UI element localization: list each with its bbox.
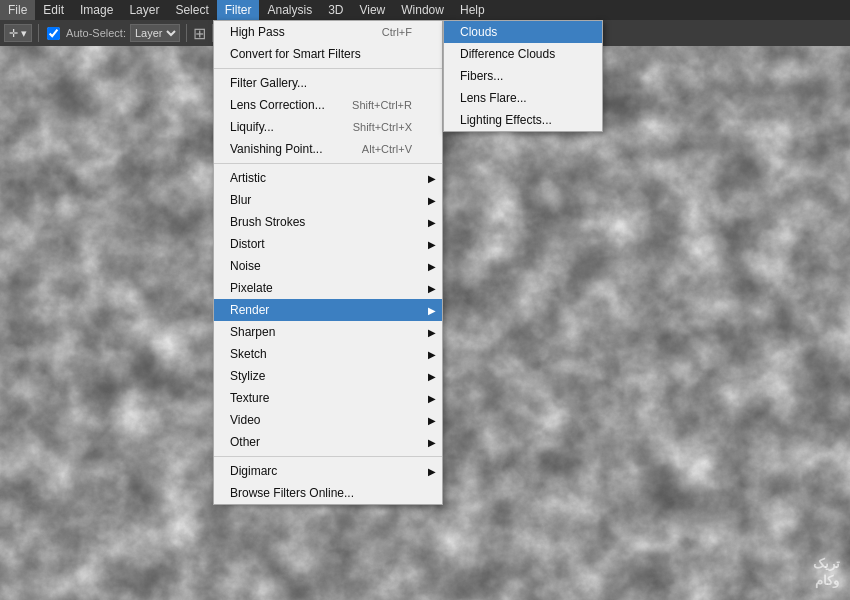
filter-brush-strokes-label: Brush Strokes: [230, 215, 305, 229]
filter-video-label: Video: [230, 413, 260, 427]
filter-stylize[interactable]: Stylize ▶: [214, 365, 442, 387]
filter-menu: High Pass Ctrl+F Convert for Smart Filte…: [213, 20, 443, 505]
toolbar-separator-1: [38, 24, 39, 42]
auto-select-checkbox[interactable]: [47, 27, 60, 40]
menu-select[interactable]: Select: [167, 0, 216, 20]
filter-digimarc-label: Digimarc: [230, 464, 277, 478]
menu-view[interactable]: View: [351, 0, 393, 20]
filter-digimarc-arrow: ▶: [428, 466, 436, 477]
filter-sharpen-label: Sharpen: [230, 325, 275, 339]
filter-sharpen-arrow: ▶: [428, 327, 436, 338]
filter-convert-smart[interactable]: Convert for Smart Filters: [214, 43, 442, 65]
filter-render[interactable]: Render ▶: [214, 299, 442, 321]
filter-high-pass-shortcut: Ctrl+F: [382, 26, 412, 38]
move-tool-btn[interactable]: ✛ ▾: [4, 24, 32, 42]
filter-distort[interactable]: Distort ▶: [214, 233, 442, 255]
filter-lens-correction[interactable]: Lens Correction... Shift+Ctrl+R: [214, 94, 442, 116]
filter-convert-smart-label: Convert for Smart Filters: [230, 47, 361, 61]
filter-sketch[interactable]: Sketch ▶: [214, 343, 442, 365]
menu-layer[interactable]: Layer: [121, 0, 167, 20]
filter-pixelate-label: Pixelate: [230, 281, 273, 295]
filter-other-arrow: ▶: [428, 437, 436, 448]
filter-high-pass[interactable]: High Pass Ctrl+F: [214, 21, 442, 43]
filter-texture[interactable]: Texture ▶: [214, 387, 442, 409]
filter-liquify-label: Liquify...: [230, 120, 274, 134]
render-difference-clouds[interactable]: Difference Clouds: [444, 43, 602, 65]
filter-browse-online[interactable]: Browse Filters Online...: [214, 482, 442, 504]
menubar: File Edit Image Layer Select Filter Anal…: [0, 0, 850, 20]
filter-blur-arrow: ▶: [428, 195, 436, 206]
filter-other[interactable]: Other ▶: [214, 431, 442, 453]
menu-help[interactable]: Help: [452, 0, 493, 20]
filter-lens-correction-shortcut: Shift+Ctrl+R: [352, 99, 412, 111]
filter-stylize-label: Stylize: [230, 369, 265, 383]
filter-noise-arrow: ▶: [428, 261, 436, 272]
render-lens-flare[interactable]: Lens Flare...: [444, 87, 602, 109]
transform-controls-icon: ⊞: [193, 24, 206, 43]
menu-file[interactable]: File: [0, 0, 35, 20]
menu-analysis[interactable]: Analysis: [259, 0, 320, 20]
filter-video-arrow: ▶: [428, 415, 436, 426]
filter-blur-label: Blur: [230, 193, 251, 207]
filter-sketch-arrow: ▶: [428, 349, 436, 360]
watermark-line1: تریک: [813, 556, 840, 573]
filter-noise-label: Noise: [230, 259, 261, 273]
watermark: تریک وکام: [813, 556, 840, 590]
filter-stylize-arrow: ▶: [428, 371, 436, 382]
filter-other-label: Other: [230, 435, 260, 449]
filter-gallery-label: Filter Gallery...: [230, 76, 307, 90]
filter-liquify[interactable]: Liquify... Shift+Ctrl+X: [214, 116, 442, 138]
render-submenu: Clouds Difference Clouds Fibers... Lens …: [443, 20, 603, 132]
filter-sketch-label: Sketch: [230, 347, 267, 361]
filter-vanishing-point-label: Vanishing Point...: [230, 142, 323, 156]
filter-pixelate[interactable]: Pixelate ▶: [214, 277, 442, 299]
auto-select-label: Auto-Select:: [66, 27, 126, 39]
toolbar-separator-2: [186, 24, 187, 42]
filter-sharpen[interactable]: Sharpen ▶: [214, 321, 442, 343]
render-fibers[interactable]: Fibers...: [444, 65, 602, 87]
filter-texture-label: Texture: [230, 391, 269, 405]
filter-texture-arrow: ▶: [428, 393, 436, 404]
separator-3: [214, 456, 442, 457]
filter-artistic-label: Artistic: [230, 171, 266, 185]
separator-1: [214, 68, 442, 69]
menu-image[interactable]: Image: [72, 0, 121, 20]
auto-select-dropdown[interactable]: Layer: [130, 24, 180, 42]
filter-artistic-arrow: ▶: [428, 173, 436, 184]
filter-pixelate-arrow: ▶: [428, 283, 436, 294]
separator-2: [214, 163, 442, 164]
menu-3d[interactable]: 3D: [320, 0, 351, 20]
filter-liquify-shortcut: Shift+Ctrl+X: [353, 121, 412, 133]
filter-render-arrow: ▶: [428, 305, 436, 316]
filter-distort-label: Distort: [230, 237, 265, 251]
filter-noise[interactable]: Noise ▶: [214, 255, 442, 277]
menu-window[interactable]: Window: [393, 0, 452, 20]
filter-video[interactable]: Video ▶: [214, 409, 442, 431]
filter-render-label: Render: [230, 303, 269, 317]
filter-gallery[interactable]: Filter Gallery...: [214, 72, 442, 94]
render-lighting-effects[interactable]: Lighting Effects...: [444, 109, 602, 131]
render-clouds[interactable]: Clouds: [444, 21, 602, 43]
filter-lens-correction-label: Lens Correction...: [230, 98, 325, 112]
filter-brush-strokes[interactable]: Brush Strokes ▶: [214, 211, 442, 233]
filter-blur[interactable]: Blur ▶: [214, 189, 442, 211]
filter-brush-strokes-arrow: ▶: [428, 217, 436, 228]
filter-artistic[interactable]: Artistic ▶: [214, 167, 442, 189]
filter-high-pass-label: High Pass: [230, 25, 285, 39]
filter-distort-arrow: ▶: [428, 239, 436, 250]
menu-filter[interactable]: Filter: [217, 0, 260, 20]
filter-digimarc[interactable]: Digimarc ▶: [214, 460, 442, 482]
filter-browse-online-label: Browse Filters Online...: [230, 486, 354, 500]
filter-vanishing-point-shortcut: Alt+Ctrl+V: [362, 143, 412, 155]
filter-vanishing-point[interactable]: Vanishing Point... Alt+Ctrl+V: [214, 138, 442, 160]
watermark-line2: وکام: [813, 573, 840, 590]
menu-edit[interactable]: Edit: [35, 0, 72, 20]
